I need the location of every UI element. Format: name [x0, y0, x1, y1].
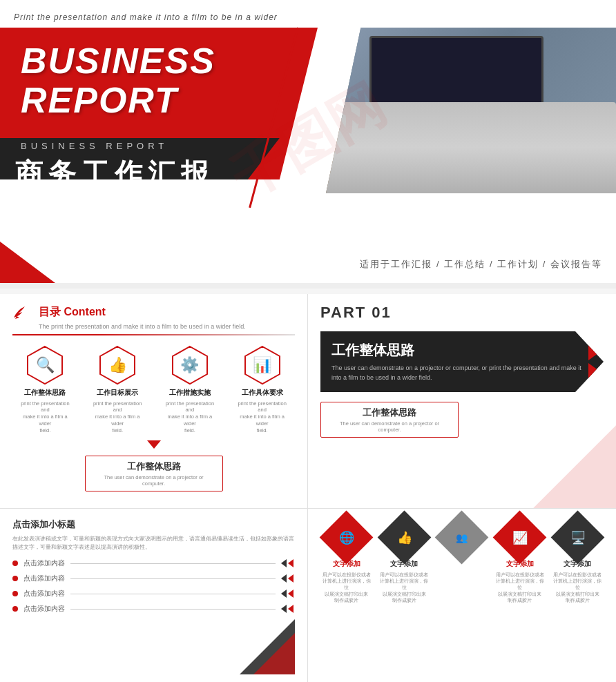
- diamond-shape-4: 📈: [493, 511, 547, 565]
- icon-item-4: 📊 工作具体要求 print the presentation andmake …: [235, 345, 290, 434]
- content-slide: 目录 Content The print the presentation an…: [0, 294, 616, 508]
- work-box-desc: The user can demonstrate on a projector …: [94, 474, 214, 487]
- key: [496, 155, 510, 164]
- bullet-text-1: 点击添加内容: [23, 558, 65, 568]
- hex-icon-3: ⚙️: [170, 345, 210, 385]
- bullet-item-4: 点击添加内容: [12, 604, 295, 614]
- icon-desc-4: print the presentation andmake it into a…: [235, 400, 290, 434]
- toc-header: 目录 Content: [12, 304, 295, 320]
- work-box-right: 工作整体思路 The user can demonstrate on a pro…: [320, 402, 459, 438]
- bottom-left: 点击添加小标题 在此发表演讲稿或文字，可量和新颖的表现方式向大家说明图示的用意，…: [0, 509, 308, 682]
- bullet-dot-4: [12, 606, 18, 612]
- title-en: BUSINESS REPORT: [21, 41, 215, 120]
- toc-subtitle: The print the presentation and make it i…: [39, 323, 295, 330]
- key: [484, 178, 498, 188]
- key: [487, 166, 501, 176]
- bullet-dot-2: [12, 576, 18, 581]
- diamond-shape-3: 👥: [435, 511, 489, 565]
- icon-label-1: 工作整体思路: [24, 388, 66, 398]
- bullet-line-1: [70, 563, 276, 564]
- top-photo: [326, 28, 616, 193]
- icon-symbol-2: 👍: [108, 356, 127, 374]
- diamond-desc-5: 用户可以在投影仪或者计算机上进行演演，你位以展演文稿打印出来制作成胶片: [551, 572, 604, 603]
- key: [512, 155, 526, 164]
- work-box-title: 工作整体思路: [94, 460, 214, 473]
- diamond-icon-4: 📈: [512, 530, 528, 545]
- icon-item-1: 🔍 工作整体思路 print the presentation andmake …: [17, 345, 73, 434]
- key: [455, 166, 469, 176]
- key: [464, 155, 478, 164]
- dark-card: 工作整体思路 The user can demonstrate on a pro…: [320, 331, 604, 392]
- bullet-line-4: [70, 609, 276, 610]
- work-box-right-title: 工作整体思路: [329, 407, 450, 419]
- key: [410, 166, 437, 176]
- diamond-desc-2: 用户可以在投影仪或者计算机上进行演演，你位以展演文稿打印出来制作成胶片: [378, 572, 431, 603]
- diamond-icon-5: 🖥️: [570, 530, 585, 545]
- bullet-text-3: 点击添加内容: [23, 589, 65, 598]
- svg-marker-5: [288, 559, 293, 567]
- svg-marker-8: [281, 590, 287, 598]
- diamond-shape-1: 🌐: [320, 511, 374, 565]
- diamond-item-5: 🖥️ 文字添加 用户可以在投影仪或者计算机上进行演演，你位以展演文稿打印出来制作…: [551, 518, 604, 603]
- icon-label-3: 工作措施实施: [169, 388, 211, 398]
- key: [519, 166, 532, 176]
- icon-item-2: 👍 工作目标展示 print the presentation andmake …: [90, 345, 145, 434]
- panel-left: 目录 Content The print the presentation an…: [0, 294, 308, 508]
- diamond-item-3: 👥: [436, 518, 488, 562]
- key: [500, 178, 514, 188]
- dark-card-desc: The user can demonstrate on a projector …: [331, 364, 593, 382]
- red-tri-1: [588, 338, 604, 360]
- title-sub: BUSINESS REPORT: [21, 141, 168, 151]
- bullet-dot-1: [12, 561, 18, 566]
- icon-symbol-3: ⚙️: [180, 356, 199, 374]
- key: [471, 166, 485, 176]
- arrow-down: [147, 440, 161, 449]
- hex-icon-2: 👍: [97, 345, 137, 385]
- svg-marker-9: [288, 590, 293, 598]
- keyboard-rows: [340, 155, 602, 190]
- key: [480, 155, 494, 164]
- svg-marker-10: [281, 605, 287, 613]
- svg-marker-7: [288, 574, 293, 583]
- key: [448, 155, 462, 164]
- work-box-right-desc: The user can demonstrate on a projector …: [329, 420, 450, 433]
- icon-label-4: 工作具体要求: [242, 388, 283, 398]
- slide-divider: [0, 283, 616, 289]
- panel-right: PART 01 工作整体思路 The user can demonstrate …: [308, 294, 616, 508]
- dark-card-title: 工作整体思路: [331, 341, 593, 360]
- diamond-item-1: 🌐 文字添加 用户可以在投影仪或者计算机上进行演演，你位以展演文稿打印出来制作成…: [320, 518, 373, 603]
- title-cn: 商务工作汇报: [15, 155, 214, 193]
- icons-row: 🔍 工作整体思路 print the presentation andmake …: [12, 345, 295, 434]
- bullet-text-2: 点击添加内容: [23, 574, 65, 583]
- bullet-item-2: 点击添加内容: [12, 574, 295, 583]
- tri-small-1: [281, 559, 295, 567]
- tri-small-2: [281, 574, 295, 583]
- bullet-dot-3: [12, 591, 18, 596]
- diamond-row: 🌐 文字添加 用户可以在投影仪或者计算机上进行演演，你位以展演文稿打印出来制作成…: [320, 518, 604, 603]
- svg-marker-6: [281, 574, 287, 583]
- tri-small-3: [281, 590, 295, 598]
- right-bg-accent: [533, 425, 616, 508]
- work-box-left: 工作整体思路 The user can demonstrate on a pro…: [85, 456, 223, 491]
- key: [503, 166, 517, 176]
- toc-icon: [12, 304, 33, 320]
- icon-symbol-4: 📊: [253, 356, 271, 374]
- icon-label-2: 工作目标展示: [97, 388, 138, 398]
- key: [439, 166, 453, 176]
- bullet-text-4: 点击添加内容: [23, 604, 65, 614]
- bottom-section-subtitle: 在此发表演讲稿或文字，可量和新颖的表现方式向大家说明图示的用意，语言通俗易懂易读…: [12, 535, 295, 552]
- key: [401, 155, 414, 164]
- key: [516, 178, 530, 188]
- red-tri-2: [588, 363, 604, 385]
- hex-icon-4: 📊: [242, 345, 282, 385]
- diamond-item-2: 👍 文字添加 用户可以在投影仪或者计算机上进行演演，你位以展演文稿打印出来制作成…: [378, 518, 431, 603]
- bullet-line-3: [70, 594, 276, 594]
- icon-desc-2: print the presentation andmake it into a…: [90, 400, 145, 434]
- keyboard-image: [326, 28, 616, 193]
- svg-marker-11: [288, 605, 293, 613]
- bullet-item-3: 点击添加内容: [12, 589, 295, 598]
- spacebar: [413, 178, 482, 188]
- bottom-row: 点击添加小标题 在此发表演讲稿或文字，可量和新颖的表现方式向大家说明图示的用意，…: [0, 508, 616, 682]
- diamond-shape-2: 👍: [377, 511, 431, 565]
- diamond-icon-3: 👥: [456, 532, 468, 543]
